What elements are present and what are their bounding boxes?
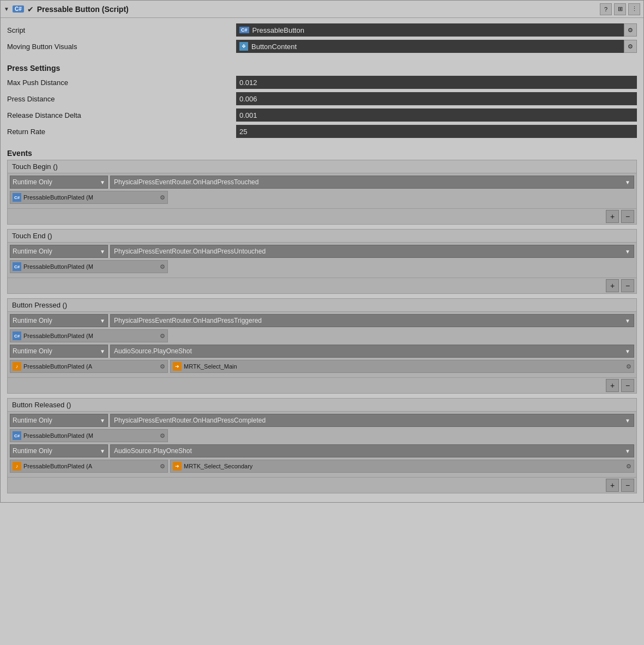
button-released-runtime-dropdown2[interactable]: Runtime Only ▼: [10, 444, 108, 457]
button-released-handler-arrow2: ▼: [625, 448, 630, 454]
component-header: ▼ C# ✔ Pressable Button (Script) ? ⊞ ⋮: [1, 1, 643, 18]
touch-begin-runtime-arrow: ▼: [100, 179, 105, 185]
button-released-minus-button[interactable]: −: [621, 479, 634, 492]
button-pressed-audio-icon2: ♪: [13, 362, 21, 371]
layout-icon-button[interactable]: ⊞: [614, 3, 626, 15]
button-pressed-clip-text: MRTK_Select_Main: [184, 363, 237, 370]
button-released-handler-dropdown1[interactable]: PhysicalPressEventRouter.OnHandPressComp…: [110, 414, 634, 427]
max-push-distance-label: Max Push Distance: [7, 79, 236, 87]
touch-end-handler-dropdown[interactable]: PhysicalPressEventRouter.OnHandPressUnto…: [110, 245, 634, 258]
press-distance-input[interactable]: [236, 92, 637, 105]
script-value-display: C# PressableButton: [236, 23, 624, 37]
button-pressed-row2: Runtime Only ▼ AudioSource.PlayOneShot ▼: [10, 345, 634, 358]
press-distance-row: Press Distance: [7, 91, 637, 106]
button-released-clip-gear[interactable]: ⚙: [626, 463, 631, 470]
script-label: Script: [7, 26, 236, 34]
max-push-distance-input[interactable]: [236, 76, 637, 89]
touch-end-title: Touch End (): [7, 229, 637, 243]
button-released-handler-arrow1: ▼: [625, 418, 630, 424]
touch-begin-minus-button[interactable]: −: [621, 210, 634, 223]
touch-begin-row1: Runtime Only ▼ PhysicalPressEventRouter.…: [10, 176, 634, 189]
touch-end-object-row: C# PressableButtonPlated (M ⚙: [10, 260, 634, 273]
button-released-handler-label2: AudioSource.PlayOneShot: [114, 447, 192, 455]
button-released-obj-ref2: ♪ PressableButtonPlated (A ⚙: [10, 460, 168, 473]
button-released-runtime-arrow1: ▼: [100, 418, 105, 424]
button-released-title: Button Released (): [7, 398, 637, 412]
touch-begin-plus-button[interactable]: +: [606, 210, 619, 223]
button-pressed-runtime-label1: Runtime Only: [13, 317, 52, 324]
touch-begin-obj-gear[interactable]: ⚙: [160, 194, 165, 201]
button-pressed-obj-gear2[interactable]: ⚙: [160, 363, 165, 370]
button-pressed-handler-label1: PhysicalPressEventRouter.OnHandPressTrig…: [114, 317, 262, 324]
button-pressed-plus-button[interactable]: +: [606, 379, 619, 392]
button-pressed-obj-text1: PressableButtonPlated (M: [23, 333, 93, 339]
touch-end-cs-icon: C#: [13, 262, 21, 271]
button-released-row2: Runtime Only ▼ AudioSource.PlayOneShot ▼: [10, 444, 634, 457]
moving-visuals-label: Moving Button Visuals: [7, 43, 236, 51]
moving-visuals-gear-button[interactable]: ⚙: [624, 40, 637, 53]
component-panel: ▼ C# ✔ Pressable Button (Script) ? ⊞ ⋮ S…: [0, 0, 644, 503]
button-pressed-handler-arrow1: ▼: [625, 318, 630, 324]
touch-end-body: Runtime Only ▼ PhysicalPressEventRouter.…: [7, 243, 637, 278]
button-released-obj-ref1: C# PressableButtonPlated (M ⚙: [10, 429, 168, 442]
button-pressed-clip-gear[interactable]: ⚙: [626, 363, 631, 370]
touch-end-obj-gear[interactable]: ⚙: [160, 263, 165, 270]
collapse-arrow[interactable]: ▼: [4, 6, 9, 12]
button-released-runtime-arrow2: ▼: [100, 448, 105, 454]
button-pressed-body: Runtime Only ▼ PhysicalPressEventRouter.…: [7, 312, 637, 378]
button-released-body: Runtime Only ▼ PhysicalPressEventRouter.…: [7, 412, 637, 478]
button-pressed-group: Button Pressed () Runtime Only ▼ Physica…: [7, 298, 637, 394]
moving-visuals-field-row: Moving Button Visuals ❖ ButtonContent ⚙: [7, 39, 637, 54]
max-push-distance-row: Max Push Distance: [7, 75, 637, 90]
button-released-runtime-label1: Runtime Only: [13, 417, 52, 424]
touch-begin-title: Touch Begin (): [7, 160, 637, 173]
button-released-handler-label1: PhysicalPressEventRouter.OnHandPressComp…: [114, 417, 266, 424]
button-pressed-handler-dropdown1[interactable]: PhysicalPressEventRouter.OnHandPressTrig…: [110, 314, 634, 327]
touch-end-row1: Runtime Only ▼ PhysicalPressEventRouter.…: [10, 245, 634, 258]
button-released-obj-text1: PressableButtonPlated (M: [23, 432, 93, 439]
button-released-obj-gear2[interactable]: ⚙: [160, 463, 165, 470]
button-released-runtime-label2: Runtime Only: [13, 447, 52, 455]
language-badge: C#: [13, 5, 24, 13]
touch-end-plus-button[interactable]: +: [606, 279, 619, 292]
button-released-group: Button Released () Runtime Only ▼ Physic…: [7, 398, 637, 493]
touch-begin-handler-dropdown[interactable]: PhysicalPressEventRouter.OnHandPressTouc…: [110, 176, 634, 189]
touch-end-obj-ref: C# PressableButtonPlated (M ⚙: [10, 260, 168, 273]
moving-visuals-icon: ❖: [239, 42, 248, 51]
release-distance-delta-input[interactable]: [236, 108, 637, 122]
button-pressed-runtime-dropdown1[interactable]: Runtime Only ▼: [10, 314, 108, 327]
touch-end-runtime-dropdown[interactable]: Runtime Only ▼: [10, 245, 108, 258]
button-pressed-title: Button Pressed (): [7, 298, 637, 312]
touch-end-minus-button[interactable]: −: [621, 279, 634, 292]
touch-begin-runtime-dropdown[interactable]: Runtime Only ▼: [10, 176, 108, 189]
script-gear-button[interactable]: ⚙: [624, 23, 637, 37]
button-released-object-row1: C# PressableButtonPlated (M ⚙: [10, 429, 634, 442]
moving-visuals-wrapper: ❖ ButtonContent ⚙: [236, 40, 637, 53]
touch-end-runtime-arrow: ▼: [100, 249, 105, 255]
touch-begin-cs-icon: C#: [13, 193, 21, 202]
script-field-wrapper: C# PressableButton ⚙: [236, 23, 637, 37]
button-pressed-row1: Runtime Only ▼ PhysicalPressEventRouter.…: [10, 314, 634, 327]
button-released-clip-text: MRTK_Select_Secondary: [184, 463, 252, 469]
button-released-runtime-dropdown1[interactable]: Runtime Only ▼: [10, 414, 108, 427]
button-released-obj-gear1[interactable]: ⚙: [160, 432, 165, 439]
button-released-row1: Runtime Only ▼ PhysicalPressEventRouter.…: [10, 414, 634, 427]
button-released-handler-dropdown2[interactable]: AudioSource.PlayOneShot ▼: [110, 444, 634, 457]
button-pressed-handler-dropdown2[interactable]: AudioSource.PlayOneShot ▼: [110, 345, 634, 358]
button-pressed-runtime-arrow1: ▼: [100, 318, 105, 324]
return-rate-input[interactable]: [236, 125, 637, 138]
button-pressed-runtime-dropdown2[interactable]: Runtime Only ▼: [10, 345, 108, 358]
button-released-obj-text2: PressableButtonPlated (A: [23, 463, 92, 469]
touch-begin-obj-ref: C# PressableButtonPlated (M ⚙: [10, 191, 168, 204]
component-title: Pressable Button (Script): [37, 5, 597, 14]
button-released-audio-clip: ➜ MRTK_Select_Secondary ⚙: [170, 460, 634, 473]
button-released-plus-button[interactable]: +: [606, 479, 619, 492]
button-released-clip-icon: ➜: [173, 462, 182, 471]
button-pressed-minus-button[interactable]: −: [621, 379, 634, 392]
menu-icon-button[interactable]: ⋮: [628, 3, 640, 15]
button-pressed-obj-gear1[interactable]: ⚙: [160, 333, 165, 340]
touch-begin-obj-text: PressableButtonPlated (M: [23, 194, 93, 201]
touch-begin-body: Runtime Only ▼ PhysicalPressEventRouter.…: [7, 173, 637, 209]
enabled-checkbox[interactable]: ✔: [27, 5, 34, 14]
help-icon-button[interactable]: ?: [600, 3, 612, 15]
